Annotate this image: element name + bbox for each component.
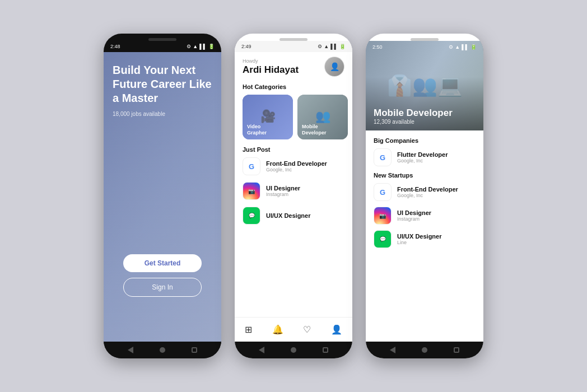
instagram-icon: 📷 — [248, 188, 255, 194]
flutter-company: Google, Inc — [397, 158, 448, 164]
job-title-uidesigner: UI Designer — [266, 185, 300, 192]
phone3-content-area: 👔👥💻 Mobile Developer 12,309 available Bi… — [366, 41, 483, 342]
phone2-status-bar: 2:49 ⚙ ▲ ▌▌ 🔋 — [235, 41, 352, 52]
phone1-headline: Build Your Next Future Career Like a Mas… — [113, 63, 212, 105]
job-title-frontend: Front-End Developer — [266, 160, 327, 167]
startup-uidesigner[interactable]: 📷 UI Designer Instagram — [374, 207, 476, 225]
settings-icon: ⚙ — [187, 44, 191, 49]
just-post-label: Just Post — [243, 146, 344, 153]
job-info-frontend: Front-End Developer Google, Inc — [266, 160, 327, 172]
google-logo-startup: G — [374, 183, 392, 201]
battery-icon: 🔋 — [208, 44, 215, 49]
job-title-uiux: UI/UX Designer — [266, 212, 310, 219]
startup-frontend-company: Google, Inc — [397, 193, 458, 198]
job-info-uidesigner: UI Designer Instagram — [266, 185, 300, 197]
big-company-flutter[interactable]: G Flutter Developer Google, Inc — [374, 148, 476, 166]
profile-icon[interactable]: 👤 — [331, 324, 342, 335]
startup-uiux-company: Line — [397, 240, 441, 245]
back-nav-icon-3[interactable] — [390, 347, 395, 353]
category-card-video[interactable]: 🎥 VideoGrapher — [243, 95, 293, 139]
phone3-status-bar: 2:50 ⚙ ▲ ▌▌ 🔋 — [366, 41, 483, 53]
recent-nav-icon-2[interactable] — [323, 347, 328, 353]
job-item-uidesigner[interactable]: 📷 UI Designer Instagram — [243, 182, 344, 200]
google-g-icon: G — [249, 162, 254, 171]
bell-icon[interactable]: 🔔 — [272, 324, 283, 335]
startup-uiux[interactable]: 💬 UI/UX Designer Line — [374, 230, 476, 248]
startup-uiux-title: UI/UX Designer — [397, 233, 441, 240]
home-icon[interactable]: ⊞ — [245, 324, 252, 335]
phone2-time: 2:49 — [241, 44, 251, 49]
hot-categories-label: Hot Categories — [243, 83, 344, 90]
phone1-nav-bar — [104, 342, 221, 358]
home-nav-icon-3[interactable] — [422, 347, 427, 353]
phone1-time: 2:48 — [110, 44, 120, 49]
phone-2: 2:49 ⚙ ▲ ▌▌ 🔋 Howdy Ardi Hidayat 👤 — [235, 34, 352, 358]
settings-icon: ⚙ — [318, 44, 322, 49]
phone1-screen: Build Your Next Future Career Like a Mas… — [104, 52, 221, 342]
startup-frontend-info: Front-End Developer Google, Inc — [397, 186, 458, 198]
flutter-title: Flutter Developer — [397, 151, 448, 158]
instagram-icon-2: 📷 — [379, 213, 386, 219]
job-company-google-1: Google, Inc — [266, 167, 327, 172]
home-nav-icon[interactable] — [160, 347, 165, 353]
phone3-status-icons: ⚙ ▲ ▌▌ 🔋 — [449, 44, 477, 50]
startup-ui-title: UI Designer — [397, 209, 431, 216]
battery-icon-3: 🔋 — [470, 44, 477, 50]
howdy-label: Howdy — [243, 58, 299, 64]
line-icon: 💬 — [249, 213, 255, 218]
phone3-body: Big Companies G Flutter Developer Google… — [366, 130, 483, 330]
google-g-big: G — [380, 153, 385, 162]
user-header: Howdy Ardi Hidayat 👤 — [243, 57, 344, 77]
job-hero: 👔👥💻 Mobile Developer 12,309 available — [366, 41, 483, 130]
wifi-icon: ▲ — [324, 44, 329, 49]
greeting-block: Howdy Ardi Hidayat — [243, 58, 299, 76]
recent-nav-icon[interactable] — [192, 347, 197, 353]
hot-categories-list: 🎥 VideoGrapher 👥 MobileDeveloper — [243, 95, 344, 139]
back-nav-icon-2[interactable] — [259, 347, 264, 353]
startup-uiux-info: UI/UX Designer Line — [397, 233, 441, 245]
job-info-uiux: UI/UX Designer — [266, 212, 310, 219]
category-card-mobile[interactable]: 👥 MobileDeveloper — [297, 95, 348, 139]
line-logo-1: 💬 — [243, 207, 260, 225]
user-avatar[interactable]: 👤 — [324, 57, 344, 77]
signal-icon: ▌▌ — [330, 44, 338, 49]
hero-job-title: Mobile Developer — [374, 108, 453, 119]
startup-ui-info: UI Designer Instagram — [397, 209, 431, 222]
phone1-job-count: 18,000 jobs available — [113, 111, 212, 117]
startup-frontend[interactable]: G Front-End Developer Google, Inc — [374, 183, 476, 201]
home-nav-icon-2[interactable] — [291, 347, 296, 353]
hero-text: Mobile Developer 12,309 available — [374, 108, 453, 125]
camera-icon: 🎥 — [260, 109, 276, 124]
instagram-logo-startup: 📷 — [374, 207, 392, 225]
back-nav-icon[interactable] — [128, 347, 133, 353]
sign-in-button[interactable]: Sign In — [123, 278, 202, 297]
phone1-text-content: Build Your Next Future Career Like a Mas… — [104, 52, 221, 117]
phone1-bg: Build Your Next Future Career Like a Mas… — [104, 52, 221, 342]
phone2-content-area: Howdy Ardi Hidayat 👤 Hot Categories 🎥 — [235, 52, 352, 342]
line-icon-2: 💬 — [380, 236, 386, 242]
google-logo-1: G — [243, 157, 260, 175]
battery-icon: 🔋 — [339, 44, 346, 49]
signal-icon-3: ▌▌ — [462, 44, 469, 50]
signal-icon: ▌▌ — [199, 44, 207, 49]
recent-nav-icon-3[interactable] — [454, 347, 459, 353]
wifi-icon: ▲ — [193, 44, 198, 49]
phone3-screen: 👔👥💻 Mobile Developer 12,309 available Bi… — [366, 41, 483, 342]
line-logo-startup: 💬 — [374, 230, 392, 248]
phone2-screen: Howdy Ardi Hidayat 👤 Hot Categories 🎥 — [235, 52, 352, 342]
phone2-status-icons: ⚙ ▲ ▌▌ 🔋 — [318, 44, 346, 49]
heart-icon[interactable]: ♡ — [303, 324, 311, 335]
job-item-uiuxdesigner[interactable]: 💬 UI/UX Designer — [243, 207, 344, 225]
phone1-status-bar: 2:48 ⚙ ▲ ▌▌ 🔋 — [104, 41, 221, 52]
google-g-startup: G — [380, 188, 385, 197]
startup-frontend-title: Front-End Developer — [397, 186, 458, 193]
instagram-logo-1: 📷 — [243, 182, 260, 200]
phone3-time: 2:50 — [372, 44, 383, 50]
get-started-button[interactable]: Get Started — [123, 254, 202, 272]
hero-job-count: 12,309 available — [374, 119, 453, 125]
phone2-nav-bar — [235, 342, 352, 358]
job-item-frontend[interactable]: G Front-End Developer Google, Inc — [243, 157, 344, 175]
phone2-bottom-nav: ⊞ 🔔 ♡ 👤 — [235, 317, 352, 342]
people-icon: 👥 — [315, 109, 330, 124]
startup-ui-company: Instagram — [397, 216, 431, 222]
